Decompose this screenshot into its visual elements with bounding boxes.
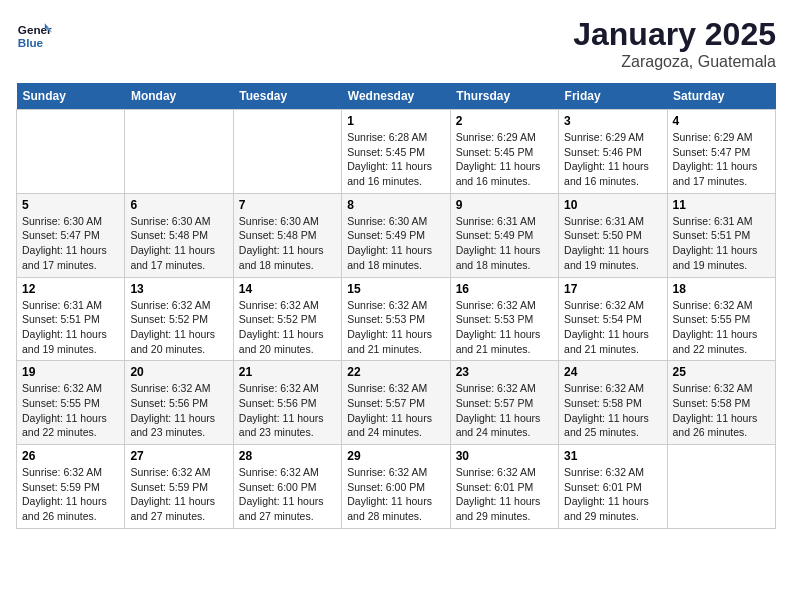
day-info: Sunrise: 6:32 AMSunset: 6:01 PMDaylight:… bbox=[564, 465, 661, 524]
day-info: Sunrise: 6:31 AMSunset: 5:49 PMDaylight:… bbox=[456, 214, 553, 273]
day-number: 21 bbox=[239, 365, 336, 379]
day-number: 6 bbox=[130, 198, 227, 212]
calendar-cell: 23 Sunrise: 6:32 AMSunset: 5:57 PMDaylig… bbox=[450, 361, 558, 445]
day-info: Sunrise: 6:32 AMSunset: 5:56 PMDaylight:… bbox=[130, 381, 227, 440]
calendar-cell: 4 Sunrise: 6:29 AMSunset: 5:47 PMDayligh… bbox=[667, 110, 775, 194]
calendar-cell: 30 Sunrise: 6:32 AMSunset: 6:01 PMDaylig… bbox=[450, 445, 558, 529]
day-info: Sunrise: 6:29 AMSunset: 5:45 PMDaylight:… bbox=[456, 130, 553, 189]
day-info: Sunrise: 6:32 AMSunset: 5:55 PMDaylight:… bbox=[673, 298, 770, 357]
day-number: 22 bbox=[347, 365, 444, 379]
day-info: Sunrise: 6:32 AMSunset: 5:59 PMDaylight:… bbox=[130, 465, 227, 524]
day-info: Sunrise: 6:32 AMSunset: 5:53 PMDaylight:… bbox=[456, 298, 553, 357]
day-info: Sunrise: 6:32 AMSunset: 6:01 PMDaylight:… bbox=[456, 465, 553, 524]
calendar-cell bbox=[233, 110, 341, 194]
logo-icon: General Blue bbox=[16, 16, 52, 52]
calendar: SundayMondayTuesdayWednesdayThursdayFrid… bbox=[16, 83, 776, 529]
calendar-header-cell: Friday bbox=[559, 83, 667, 110]
day-number: 5 bbox=[22, 198, 119, 212]
day-number: 20 bbox=[130, 365, 227, 379]
calendar-cell: 13 Sunrise: 6:32 AMSunset: 5:52 PMDaylig… bbox=[125, 277, 233, 361]
day-info: Sunrise: 6:32 AMSunset: 5:59 PMDaylight:… bbox=[22, 465, 119, 524]
calendar-cell: 7 Sunrise: 6:30 AMSunset: 5:48 PMDayligh… bbox=[233, 193, 341, 277]
day-info: Sunrise: 6:31 AMSunset: 5:51 PMDaylight:… bbox=[673, 214, 770, 273]
day-number: 24 bbox=[564, 365, 661, 379]
calendar-cell: 5 Sunrise: 6:30 AMSunset: 5:47 PMDayligh… bbox=[17, 193, 125, 277]
day-info: Sunrise: 6:32 AMSunset: 5:58 PMDaylight:… bbox=[564, 381, 661, 440]
calendar-cell: 22 Sunrise: 6:32 AMSunset: 5:57 PMDaylig… bbox=[342, 361, 450, 445]
location: Zaragoza, Guatemala bbox=[573, 53, 776, 71]
day-info: Sunrise: 6:32 AMSunset: 5:52 PMDaylight:… bbox=[130, 298, 227, 357]
day-info: Sunrise: 6:32 AMSunset: 5:58 PMDaylight:… bbox=[673, 381, 770, 440]
calendar-cell: 16 Sunrise: 6:32 AMSunset: 5:53 PMDaylig… bbox=[450, 277, 558, 361]
day-info: Sunrise: 6:29 AMSunset: 5:47 PMDaylight:… bbox=[673, 130, 770, 189]
day-info: Sunrise: 6:32 AMSunset: 5:54 PMDaylight:… bbox=[564, 298, 661, 357]
day-info: Sunrise: 6:30 AMSunset: 5:49 PMDaylight:… bbox=[347, 214, 444, 273]
calendar-cell: 11 Sunrise: 6:31 AMSunset: 5:51 PMDaylig… bbox=[667, 193, 775, 277]
calendar-cell: 29 Sunrise: 6:32 AMSunset: 6:00 PMDaylig… bbox=[342, 445, 450, 529]
svg-text:Blue: Blue bbox=[18, 36, 44, 49]
month-title: January 2025 bbox=[573, 16, 776, 53]
day-number: 13 bbox=[130, 282, 227, 296]
calendar-cell: 28 Sunrise: 6:32 AMSunset: 6:00 PMDaylig… bbox=[233, 445, 341, 529]
day-number: 7 bbox=[239, 198, 336, 212]
calendar-cell: 3 Sunrise: 6:29 AMSunset: 5:46 PMDayligh… bbox=[559, 110, 667, 194]
calendar-cell: 20 Sunrise: 6:32 AMSunset: 5:56 PMDaylig… bbox=[125, 361, 233, 445]
day-number: 30 bbox=[456, 449, 553, 463]
calendar-cell: 6 Sunrise: 6:30 AMSunset: 5:48 PMDayligh… bbox=[125, 193, 233, 277]
day-info: Sunrise: 6:32 AMSunset: 5:57 PMDaylight:… bbox=[456, 381, 553, 440]
day-number: 25 bbox=[673, 365, 770, 379]
day-info: Sunrise: 6:30 AMSunset: 5:48 PMDaylight:… bbox=[130, 214, 227, 273]
day-number: 14 bbox=[239, 282, 336, 296]
calendar-header-cell: Monday bbox=[125, 83, 233, 110]
day-info: Sunrise: 6:32 AMSunset: 5:56 PMDaylight:… bbox=[239, 381, 336, 440]
day-info: Sunrise: 6:32 AMSunset: 5:52 PMDaylight:… bbox=[239, 298, 336, 357]
calendar-week-row: 12 Sunrise: 6:31 AMSunset: 5:51 PMDaylig… bbox=[17, 277, 776, 361]
day-number: 17 bbox=[564, 282, 661, 296]
day-number: 9 bbox=[456, 198, 553, 212]
day-number: 31 bbox=[564, 449, 661, 463]
calendar-header-cell: Tuesday bbox=[233, 83, 341, 110]
day-number: 18 bbox=[673, 282, 770, 296]
day-number: 15 bbox=[347, 282, 444, 296]
calendar-cell bbox=[125, 110, 233, 194]
day-info: Sunrise: 6:32 AMSunset: 6:00 PMDaylight:… bbox=[347, 465, 444, 524]
calendar-header-cell: Thursday bbox=[450, 83, 558, 110]
day-info: Sunrise: 6:32 AMSunset: 6:00 PMDaylight:… bbox=[239, 465, 336, 524]
day-number: 23 bbox=[456, 365, 553, 379]
calendar-cell: 14 Sunrise: 6:32 AMSunset: 5:52 PMDaylig… bbox=[233, 277, 341, 361]
calendar-week-row: 1 Sunrise: 6:28 AMSunset: 5:45 PMDayligh… bbox=[17, 110, 776, 194]
day-number: 10 bbox=[564, 198, 661, 212]
day-info: Sunrise: 6:28 AMSunset: 5:45 PMDaylight:… bbox=[347, 130, 444, 189]
day-info: Sunrise: 6:31 AMSunset: 5:50 PMDaylight:… bbox=[564, 214, 661, 273]
day-number: 3 bbox=[564, 114, 661, 128]
calendar-cell: 21 Sunrise: 6:32 AMSunset: 5:56 PMDaylig… bbox=[233, 361, 341, 445]
calendar-cell: 25 Sunrise: 6:32 AMSunset: 5:58 PMDaylig… bbox=[667, 361, 775, 445]
calendar-header-cell: Saturday bbox=[667, 83, 775, 110]
calendar-cell: 18 Sunrise: 6:32 AMSunset: 5:55 PMDaylig… bbox=[667, 277, 775, 361]
calendar-cell: 17 Sunrise: 6:32 AMSunset: 5:54 PMDaylig… bbox=[559, 277, 667, 361]
day-number: 2 bbox=[456, 114, 553, 128]
page-header: General Blue January 2025 Zaragoza, Guat… bbox=[16, 16, 776, 71]
day-number: 19 bbox=[22, 365, 119, 379]
title-block: January 2025 Zaragoza, Guatemala bbox=[573, 16, 776, 71]
day-number: 29 bbox=[347, 449, 444, 463]
calendar-cell: 24 Sunrise: 6:32 AMSunset: 5:58 PMDaylig… bbox=[559, 361, 667, 445]
day-info: Sunrise: 6:30 AMSunset: 5:48 PMDaylight:… bbox=[239, 214, 336, 273]
calendar-body: 1 Sunrise: 6:28 AMSunset: 5:45 PMDayligh… bbox=[17, 110, 776, 529]
calendar-cell: 10 Sunrise: 6:31 AMSunset: 5:50 PMDaylig… bbox=[559, 193, 667, 277]
calendar-header-row: SundayMondayTuesdayWednesdayThursdayFrid… bbox=[17, 83, 776, 110]
calendar-cell: 1 Sunrise: 6:28 AMSunset: 5:45 PMDayligh… bbox=[342, 110, 450, 194]
day-number: 27 bbox=[130, 449, 227, 463]
day-info: Sunrise: 6:31 AMSunset: 5:51 PMDaylight:… bbox=[22, 298, 119, 357]
calendar-cell: 9 Sunrise: 6:31 AMSunset: 5:49 PMDayligh… bbox=[450, 193, 558, 277]
day-number: 28 bbox=[239, 449, 336, 463]
calendar-week-row: 26 Sunrise: 6:32 AMSunset: 5:59 PMDaylig… bbox=[17, 445, 776, 529]
day-number: 11 bbox=[673, 198, 770, 212]
calendar-header-cell: Sunday bbox=[17, 83, 125, 110]
day-info: Sunrise: 6:32 AMSunset: 5:57 PMDaylight:… bbox=[347, 381, 444, 440]
calendar-cell: 15 Sunrise: 6:32 AMSunset: 5:53 PMDaylig… bbox=[342, 277, 450, 361]
calendar-cell: 8 Sunrise: 6:30 AMSunset: 5:49 PMDayligh… bbox=[342, 193, 450, 277]
calendar-cell: 12 Sunrise: 6:31 AMSunset: 5:51 PMDaylig… bbox=[17, 277, 125, 361]
day-info: Sunrise: 6:32 AMSunset: 5:55 PMDaylight:… bbox=[22, 381, 119, 440]
calendar-week-row: 5 Sunrise: 6:30 AMSunset: 5:47 PMDayligh… bbox=[17, 193, 776, 277]
